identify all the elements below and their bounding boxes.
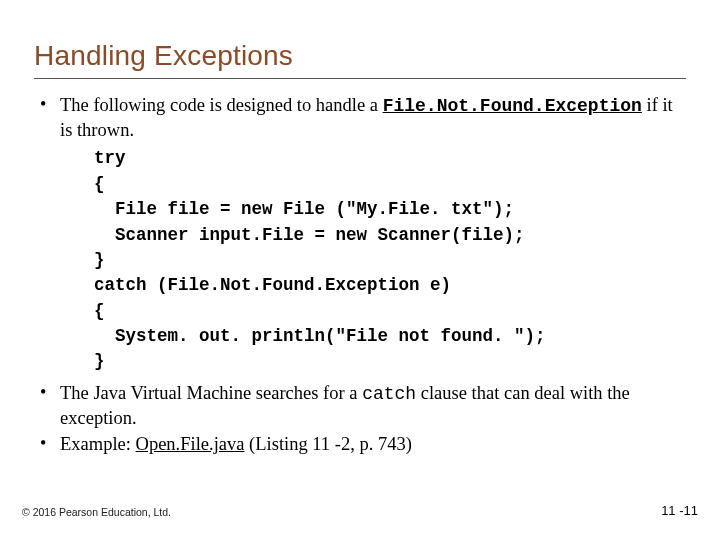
bullet-2: The Java Virtual Machine searches for a …: [34, 381, 686, 430]
code-l1: try: [94, 148, 126, 168]
code-l5: }: [94, 250, 105, 270]
code-l7: {: [94, 301, 105, 321]
code-l2: {: [94, 174, 105, 194]
bullet-1-pre: The following code is designed to handle…: [60, 95, 383, 115]
code-l4: Scanner input.File = new Scanner(file);: [94, 225, 525, 245]
bullet-3-post: (Listing 11 -2, p. 743): [244, 434, 411, 454]
example-link: Open.File.java: [136, 434, 245, 454]
code-l3: File file = new File ("My.File. txt");: [94, 199, 514, 219]
copyright: © 2016 Pearson Education, Ltd.: [22, 506, 171, 518]
bullet-1-code: File.Not.Found.Exception: [383, 96, 642, 116]
code-l6: catch (File.Not.Found.Exception e): [94, 275, 451, 295]
code-l8: System. out. println("File not found. ")…: [94, 326, 546, 346]
bullet-2-pre: The Java Virtual Machine searches for a: [60, 383, 362, 403]
page-number: 11 -11: [661, 503, 698, 518]
bullet-list: The following code is designed to handle…: [34, 93, 686, 456]
bullet-2-code: catch: [362, 384, 416, 404]
bullet-3: Example: Open.File.java (Listing 11 -2, …: [34, 432, 686, 456]
code-block: try { File file = new File ("My.File. tx…: [94, 146, 686, 374]
code-l9: }: [94, 351, 105, 371]
bullet-1: The following code is designed to handle…: [34, 93, 686, 375]
slide-title: Handling Exceptions: [34, 40, 686, 79]
bullet-3-pre: Example:: [60, 434, 136, 454]
